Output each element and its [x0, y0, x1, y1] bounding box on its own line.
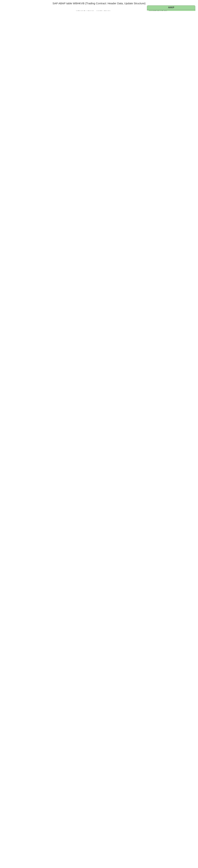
edge-cardinality-right: 0..N: [144, 10, 149, 11]
target-field: MANDT [CLNT (3)]: [147, 10, 195, 11]
edge-join-label: WBHKVB-LCNUM = AKKP-LCNUM: [75, 10, 111, 11]
target-table: AKKPMANDT [CLNT (3)]LCNUM [CHAR (10)]: [147, 5, 195, 11]
target-tables-column: AKKPMANDT [CLNT (3)]LCNUM [CHAR (10)]KNA…: [147, 5, 195, 11]
target-table-name: AKKP: [147, 5, 195, 10]
page-title: SAP ABAP table WBHKVB {Trading Contract:…: [0, 2, 198, 5]
